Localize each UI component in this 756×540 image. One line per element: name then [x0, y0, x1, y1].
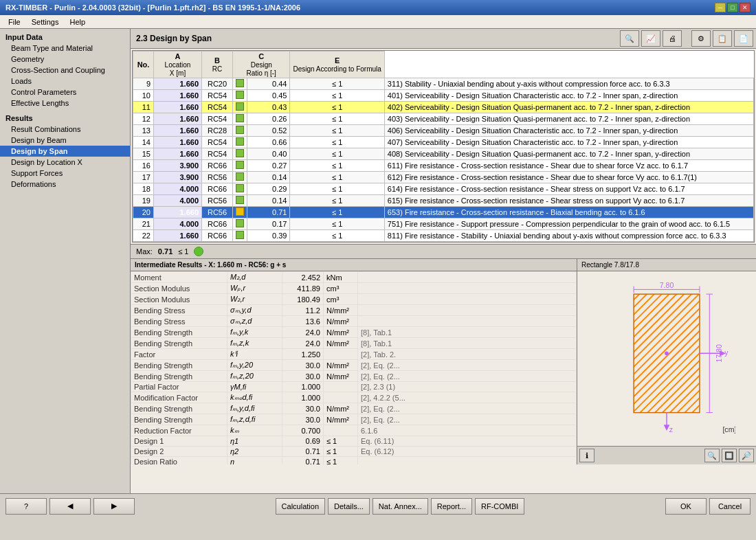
int-cell-unit: N/mm² — [324, 338, 358, 349]
menu-file[interactable]: File — [3, 16, 26, 27]
cell-le: ≤ 1 — [290, 125, 384, 137]
cell-rc: RC54 — [202, 137, 233, 148]
table-row[interactable]: 9 1.660 RC20 0.44 ≤ 1 311) Stability - U… — [133, 78, 754, 90]
table-row[interactable]: 13 1.660 RC28 0.52 ≤ 1 406) Serviceabili… — [133, 125, 754, 137]
cell-no: 19 — [133, 195, 154, 207]
int-table-row: Bending Strength fₘ,z,k 24.0 N/mm² [8], … — [131, 338, 577, 349]
sidebar-item-control-params[interactable]: Control Parameters — [0, 87, 130, 98]
sidebar-item-design-location[interactable]: Design by Location X — [0, 157, 130, 168]
cell-indicator — [233, 113, 247, 125]
cs-btn-1[interactable]: 🔍 — [704, 449, 720, 462]
int-cell-label: Bending Strength — [131, 360, 227, 371]
sidebar-item-design-beam[interactable]: Design by Beam — [0, 135, 130, 146]
sidebar-item-cross-section[interactable]: Cross-Section and Coupling — [0, 65, 130, 76]
cell-x: 1.660 — [154, 78, 202, 90]
sidebar-item-support-forces[interactable]: Support Forces — [0, 168, 130, 179]
max-le: ≤ 1 — [178, 247, 188, 256]
table-row[interactable]: 10 1.660 RC54 0.45 ≤ 1 401) Serviceabili… — [133, 90, 754, 102]
table-row[interactable]: 16 3.900 RC66 0.27 ≤ 1 611) Fire resista… — [133, 160, 754, 172]
table-row[interactable]: 18 4.000 RC66 0.29 ≤ 1 614) Fire resista… — [133, 183, 754, 195]
sidebar-item-loads[interactable]: Loads — [0, 76, 130, 87]
next-button[interactable]: ▶ — [93, 498, 135, 515]
cell-ratio: 0.43 — [247, 102, 290, 113]
int-cell-value: 0.71 — [282, 457, 324, 465]
int-cell-symbol: fₘ,y,20 — [227, 360, 282, 371]
sidebar-item-effective-lengths[interactable]: Effective Lengths — [0, 98, 130, 109]
int-cell-unit: kNm — [324, 272, 358, 283]
toolbar-btn-4[interactable]: ⚙ — [691, 30, 711, 47]
table-row[interactable]: 14 1.660 RC54 0.66 ≤ 1 407) Serviceabili… — [133, 137, 754, 148]
calculation-button[interactable]: Calculation — [276, 498, 325, 515]
int-cell-label: Bending Strength — [131, 403, 227, 414]
cell-indicator — [233, 137, 247, 148]
toolbar-btn-1[interactable]: 🔍 — [620, 30, 639, 47]
sidebar: Input Data Beam Type and Material Geomet… — [0, 29, 131, 493]
ok-button[interactable]: OK — [665, 498, 707, 515]
rf-combi-button[interactable]: RF-COMBI — [475, 498, 524, 515]
cs-svg: 7.80 17.80 — [598, 280, 735, 438]
cs-info-btn[interactable]: ℹ — [579, 449, 594, 462]
int-cell-unit: N/mm² — [324, 414, 358, 425]
cell-desc: 612) Fire resistance - Cross-section res… — [384, 172, 753, 183]
int-table-wrap[interactable]: Moment M₂,d 2.452 kNm Section Modulus Wₚ… — [131, 271, 577, 464]
toolbar-btn-2[interactable]: 📈 — [641, 30, 660, 47]
sidebar-item-beam-type[interactable]: Beam Type and Material — [0, 43, 130, 54]
nat-annex-button[interactable]: Nat. Annex... — [373, 498, 428, 515]
section-title: 2.3 Design by Span — [133, 32, 214, 45]
toolbar-btn-6[interactable]: 📄 — [734, 30, 753, 47]
table-row[interactable]: 11 1.660 RC54 0.43 ≤ 1 402) Serviceabili… — [133, 102, 754, 113]
report-button[interactable]: Report... — [431, 498, 472, 515]
table-row[interactable]: 22 1.660 RC66 0.39 ≤ 1 811) Fire resista… — [133, 230, 754, 242]
int-cell-value: 24.0 — [282, 338, 324, 349]
int-table-row: Factor kᶠi 1.250 [2], Tab. 2. — [131, 349, 577, 360]
cell-x: 1.660 — [154, 230, 202, 242]
table-row[interactable]: 15 1.660 RC54 0.40 ≤ 1 408) Serviceabili… — [133, 148, 754, 160]
cell-desc: 401) Serviceability - Design Situation C… — [384, 90, 753, 102]
int-cell-label: Bending Strength — [131, 414, 227, 425]
cell-no: 11 — [133, 102, 154, 113]
sidebar-item-deformations[interactable]: Deformations — [0, 179, 130, 190]
help-button[interactable]: ? — [5, 498, 47, 515]
int-cell-unit: ≤ 1 — [324, 457, 358, 465]
int-cell-unit: cm³ — [324, 294, 358, 305]
minimize-button[interactable]: ─ — [715, 3, 726, 12]
int-cell-value: 1.000 — [282, 392, 324, 403]
maximize-button[interactable]: □ — [727, 3, 738, 12]
cs-btn-3[interactable]: 🔎 — [739, 449, 754, 462]
toolbar-btn-5[interactable]: 📋 — [713, 30, 732, 47]
toolbar-btn-3[interactable]: 🖨 — [663, 30, 682, 47]
sidebar-item-design-span[interactable]: Design by Span — [0, 146, 130, 157]
cell-ratio: 0.44 — [247, 78, 290, 90]
prev-button[interactable]: ◀ — [49, 498, 91, 515]
cell-ratio: 0.14 — [247, 195, 290, 207]
table-row[interactable]: 19 4.000 RC56 0.14 ≤ 1 615) Fire resista… — [133, 195, 754, 207]
cell-no: 16 — [133, 160, 154, 172]
close-button[interactable]: ✕ — [740, 3, 751, 12]
table-row[interactable]: 20 1.660 RC56 0.71 ≤ 1 653) Fire resista… — [133, 207, 754, 218]
table-row[interactable]: 12 1.660 RC54 0.26 ≤ 1 403) Serviceabili… — [133, 113, 754, 125]
int-cell-symbol: fₘ,z,d,fi — [227, 414, 282, 425]
sidebar-item-result-combinations[interactable]: Result Combinations — [0, 124, 130, 135]
cancel-button[interactable]: Cancel — [709, 498, 751, 515]
cell-indicator — [233, 218, 247, 230]
int-table-row: Reduction Factor kₘ 0.700 6.1.6 — [131, 425, 577, 436]
int-cell-ref: [8], Tab.1 — [358, 327, 577, 338]
max-row: Max: 0.71 ≤ 1 — [131, 244, 756, 258]
cell-rc: RC56 — [202, 195, 233, 207]
cell-ratio: 0.52 — [247, 125, 290, 137]
content-area: 2.3 Design by Span 🔍 📈 🖨 ⚙ 📋 📄 No. ALoca… — [131, 29, 756, 493]
int-cell-label: Bending Strength — [131, 371, 227, 382]
cell-no: 17 — [133, 172, 154, 183]
cs-btn-2[interactable]: 🔲 — [722, 449, 737, 462]
int-cell-label: Design 2 — [131, 447, 227, 457]
main-table-container[interactable]: No. ALocationX [m] BRC CDesignRatio η [-… — [132, 50, 755, 243]
table-row[interactable]: 17 3.900 RC56 0.14 ≤ 1 612) Fire resista… — [133, 172, 754, 183]
int-cell-label: Bending Strength — [131, 338, 227, 349]
sidebar-item-geometry[interactable]: Geometry — [0, 54, 130, 65]
table-row[interactable]: 21 4.000 RC66 0.17 ≤ 1 751) Fire resista… — [133, 218, 754, 230]
int-cell-value: 411.89 — [282, 283, 324, 294]
menu-settings[interactable]: Settings — [26, 16, 65, 27]
details-button[interactable]: Details... — [328, 498, 370, 515]
cell-x: 1.660 — [154, 207, 202, 218]
menu-help[interactable]: Help — [64, 16, 91, 27]
